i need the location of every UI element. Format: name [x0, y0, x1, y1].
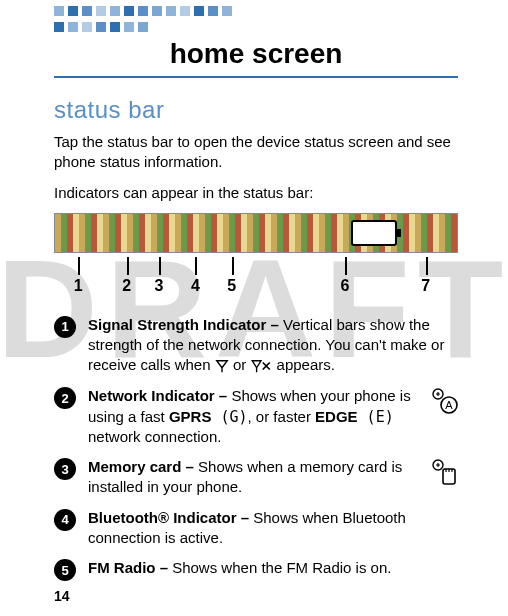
tick-label: 1 [74, 277, 83, 295]
list-item: 5 FM Radio – Shows when the FM Radio is … [54, 558, 458, 581]
callout-ticks: 1 2 3 4 5 6 7 [54, 257, 458, 301]
antenna-x-icon [250, 356, 272, 376]
tick-label: 3 [155, 277, 164, 295]
tick-label: 2 [122, 277, 131, 295]
page-number: 14 [54, 588, 70, 604]
battery-icon [351, 220, 397, 246]
list-item: 2 Network Indicator – Shows when your ph… [54, 386, 458, 447]
tick-label: 6 [340, 277, 349, 295]
item-number-badge: 2 [54, 387, 76, 409]
page-title: home screen [54, 38, 458, 70]
item-text: Memory card – Shows when a memory card i… [88, 457, 458, 498]
item-title: FM Radio – [88, 559, 172, 576]
indicator-list: 1 Signal Strength Indicator – Vertical b… [54, 315, 458, 581]
tick-label: 4 [191, 277, 200, 295]
network-side-icon: A [430, 386, 460, 420]
item-title: Memory card – [88, 458, 198, 475]
memory-card-side-icon [430, 457, 460, 491]
tick-label: 7 [421, 277, 430, 295]
header-squares-row2 [54, 22, 148, 32]
title-underline [54, 76, 458, 78]
item-text: Network Indicator – Shows when your phon… [88, 386, 458, 447]
item-text: Bluetooth® Indicator – Shows when Blueto… [88, 508, 458, 549]
intro-paragraph-1: Tap the status bar to open the device st… [54, 132, 458, 173]
item-number-badge: 1 [54, 316, 76, 338]
item-text: FM Radio – Shows when the FM Radio is on… [88, 558, 458, 581]
tick-label: 5 [227, 277, 236, 295]
status-bar-illustration [54, 213, 458, 253]
antenna-icon [215, 356, 229, 376]
item-title: Signal Strength Indicator – [88, 316, 283, 333]
list-item: 3 Memory card – Shows when a memory card… [54, 457, 458, 498]
section-heading: status bar [54, 96, 458, 124]
item-number-badge: 5 [54, 559, 76, 581]
item-text: Signal Strength Indicator – Vertical bar… [88, 315, 458, 377]
item-title: Network Indicator – [88, 387, 231, 404]
item-number-badge: 3 [54, 458, 76, 480]
svg-text:A: A [445, 399, 453, 411]
intro-paragraph-2: Indicators can appear in the status bar: [54, 183, 458, 203]
header-squares-row1 [54, 6, 232, 16]
item-title: Bluetooth® Indicator – [88, 509, 253, 526]
list-item: 1 Signal Strength Indicator – Vertical b… [54, 315, 458, 377]
list-item: 4 Bluetooth® Indicator – Shows when Blue… [54, 508, 458, 549]
item-number-badge: 4 [54, 509, 76, 531]
